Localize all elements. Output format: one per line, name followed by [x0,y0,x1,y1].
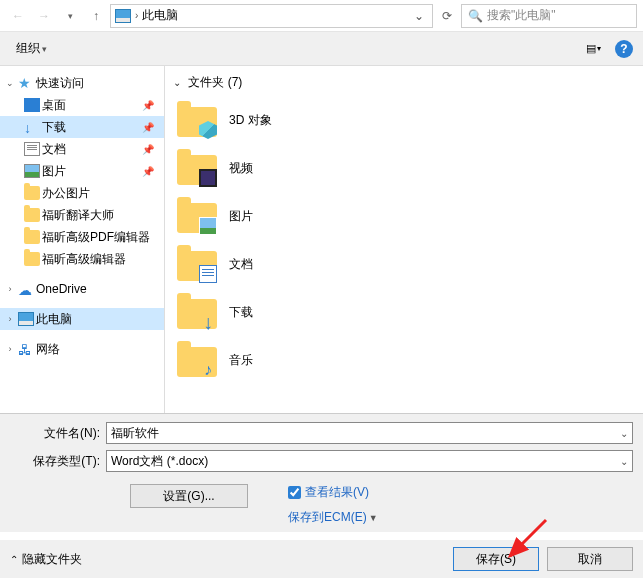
folder-icon [24,230,40,244]
cancel-button[interactable]: 取消 [547,547,633,571]
sidebar-label: 办公图片 [42,185,90,202]
sidebar-label: 桌面 [42,97,66,114]
folder-item[interactable]: 图片 [173,193,635,239]
sidebar-desktop[interactable]: 桌面 📌 [0,94,164,116]
bottom-panel: 文件名(N): 福昕软件 ⌄ 保存类型(T): Word文档 (*.docx) … [0,413,643,532]
folder-large-icon [177,149,219,187]
recent-dropdown[interactable]: ▾ [58,4,82,28]
up-button[interactable]: ↑ [84,4,108,28]
main-area: ⌄ ★ 快速访问 桌面 📌 下载 📌 文档 📌 图片 📌 [0,66,643,413]
folder-large-icon: ↓ [177,293,219,331]
save-to-ecm-dropdown[interactable]: 保存到ECM(E)▼ [288,509,378,526]
filename-row: 文件名(N): 福昕软件 ⌄ [10,422,633,444]
folder-item-label: 下载 [229,304,253,321]
sidebar-label: 快速访问 [36,75,84,92]
folder-item-label: 音乐 [229,352,253,369]
folder-item[interactable]: ♪音乐 [173,337,635,383]
doc-overlay-icon [199,265,217,283]
organize-label: 组织 [16,40,40,57]
search-placeholder: 搜索"此电脑" [487,7,556,24]
sidebar-label: 图片 [42,163,66,180]
ecm-label: 保存到ECM(E) [288,510,367,524]
filetype-value: Word文档 (*.docx) [111,453,208,470]
sidebar-quick-access[interactable]: ⌄ ★ 快速访问 [0,72,164,94]
address-bar: ← → ▾ ↑ › 此电脑 ⌄ ⟳ 🔍 搜索"此电脑" [0,0,643,32]
help-button[interactable]: ? [615,40,633,58]
address-dropdown-icon[interactable]: ⌄ [410,9,428,23]
view-options-button[interactable]: ▤▾ [579,38,607,60]
search-icon: 🔍 [468,9,483,23]
cloud-icon: ☁ [18,282,34,296]
chevron-down-icon[interactable]: ⌄ [620,456,628,467]
folder-item-label: 图片 [229,208,253,225]
sidebar-downloads[interactable]: 下载 📌 [0,116,164,138]
navigation-sidebar: ⌄ ★ 快速访问 桌面 📌 下载 📌 文档 📌 图片 📌 [0,66,165,413]
content-pane[interactable]: ⌄ 文件夹 (7) 3D 对象视频图片文档↓下载♪音乐 [165,66,643,413]
folder-item[interactable]: 文档 [173,241,635,287]
search-input[interactable]: 🔍 搜索"此电脑" [461,4,637,28]
sidebar-label: 文档 [42,141,66,158]
section-label: 文件夹 (7) [188,75,242,89]
note-overlay-icon: ♪ [199,361,217,379]
folder-item-label: 3D 对象 [229,112,272,129]
hide-folders-label: 隐藏文件夹 [22,551,82,568]
folder-item[interactable]: 3D 对象 [173,97,635,143]
network-icon: 🖧 [18,342,34,356]
folder-icon [24,186,40,200]
chevron-down-icon: ▼ [369,513,378,523]
sidebar-label: 下载 [42,119,66,136]
sidebar-documents[interactable]: 文档 📌 [0,138,164,160]
view-result-checkbox[interactable]: 查看结果(V) [288,484,378,501]
folder-icon [24,208,40,222]
chevron-right-icon: › [135,10,138,21]
pin-icon: 📌 [142,166,160,177]
pc-icon [115,9,131,23]
sidebar-onedrive[interactable]: › ☁ OneDrive [0,278,164,300]
refresh-button[interactable]: ⟳ [435,4,459,28]
expand-icon[interactable]: › [4,344,16,354]
checkbox-input[interactable] [288,486,301,499]
chevron-down-icon: ▾ [42,44,47,54]
sidebar-foxit-editor[interactable]: 福昕高级编辑器 [0,248,164,270]
folder-item-label: 文档 [229,256,253,273]
folder-large-icon: ♪ [177,341,219,379]
sidebar-label: 福昕翻译大师 [42,207,114,224]
folder-item[interactable]: ↓下载 [173,289,635,335]
sidebar-label: 网络 [36,341,60,358]
filetype-label: 保存类型(T): [10,453,106,470]
folder-large-icon [177,245,219,283]
location-text: 此电脑 [142,7,178,24]
expand-icon[interactable]: › [4,284,16,294]
organize-button[interactable]: 组织 ▾ [10,36,53,61]
folder-item[interactable]: 视频 [173,145,635,191]
folder-large-icon [177,101,219,139]
filetype-select[interactable]: Word文档 (*.docx) ⌄ [106,450,633,472]
filetype-row: 保存类型(T): Word文档 (*.docx) ⌄ [10,450,633,472]
hide-folders-button[interactable]: ⌃ 隐藏文件夹 [10,551,82,568]
sidebar-foxit-pdf[interactable]: 福昕高级PDF编辑器 [0,226,164,248]
folder-section-header[interactable]: ⌄ 文件夹 (7) [173,70,635,95]
settings-button[interactable]: 设置(G)... [130,484,248,508]
sidebar-label: 福昕高级PDF编辑器 [42,229,150,246]
save-button[interactable]: 保存(S) [453,547,539,571]
filename-input[interactable]: 福昕软件 ⌄ [106,422,633,444]
expand-icon[interactable]: ⌄ [4,78,16,88]
pc-icon [18,312,34,326]
desktop-icon [24,98,40,112]
film-overlay-icon [199,169,217,187]
photo-overlay-icon [199,217,217,235]
back-button[interactable]: ← [6,4,30,28]
sidebar-network[interactable]: › 🖧 网络 [0,338,164,360]
address-field[interactable]: › 此电脑 ⌄ [110,4,433,28]
sidebar-office-pics[interactable]: 办公图片 [0,182,164,204]
sidebar-foxit-translate[interactable]: 福昕翻译大师 [0,204,164,226]
forward-button[interactable]: → [32,4,56,28]
sidebar-pictures[interactable]: 图片 📌 [0,160,164,182]
view-result-label: 查看结果(V) [305,484,369,501]
sidebar-this-pc[interactable]: › 此电脑 [0,308,164,330]
chevron-down-icon[interactable]: ⌄ [620,428,628,439]
expand-icon[interactable]: › [4,314,16,324]
filename-value: 福昕软件 [111,425,159,442]
pin-icon: 📌 [142,100,160,111]
chevron-up-icon: ⌃ [10,554,18,565]
